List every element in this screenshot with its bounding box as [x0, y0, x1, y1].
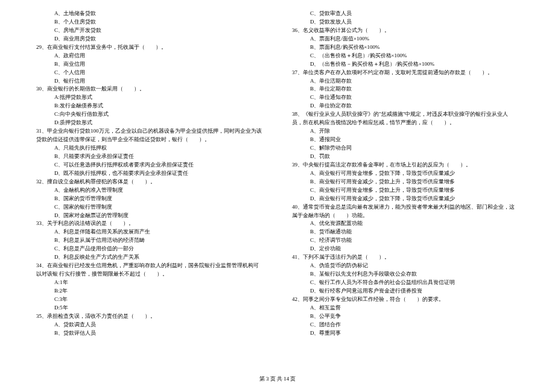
option: A、开除: [292, 127, 519, 136]
question-stem-cont: 员，所在机构应当视情况给予相应惩戒，情节严重的，应（ ）。: [292, 119, 519, 127]
option: D、既不能执行抵押权，也不能要求丙企业承担保证责任: [36, 169, 263, 178]
option: A、票面利息/面值×100%: [292, 35, 519, 43]
option: C、个人信用: [36, 69, 263, 77]
option: B、只能要求丙企业承担保证责任: [36, 153, 263, 161]
question-stem: 29、在商业银行支付结算业务中，托收属于（ ）。: [36, 43, 263, 52]
option: D、商业用房贷款: [36, 35, 263, 43]
question-stem: 40、通常货币资金总是流向最有发展潜力，能为投资者带来最大利益的地区、部门和企业…: [292, 203, 519, 212]
option: A、只能先执行抵押权: [36, 144, 263, 153]
option: C、单位通知存款: [292, 93, 519, 102]
option: B、公平竞争: [292, 312, 519, 321]
option: B、通报同业: [292, 136, 519, 144]
option: C、银行工作人员为不符合条件的社会公益组织出具资信证明: [292, 279, 519, 287]
question-stem: 36、名义收益率的计算公式为（ ）。: [292, 27, 519, 35]
option: B、票面利息/购买价格×100%: [292, 43, 519, 52]
option: A、单位活期存款: [292, 77, 519, 86]
question-stem: 39、中央银行提高法定存款准备金率时，在市场上引起的反应为（ ）。: [292, 161, 519, 169]
option: D、罚款: [292, 153, 519, 161]
option: C:向中央银行借款形式: [36, 110, 263, 119]
option: D、银行经客户同意运用客户资金进行债券投资: [292, 287, 519, 296]
option: D:质押贷款形式: [36, 119, 263, 127]
left-column: A、土地储备贷款 B、个人住房贷款 C、房地产开发贷款 D、商业用房贷款 29、…: [36, 10, 263, 338]
question-stem: 35、承担检查失误，清收不力责任的是（ ）。: [36, 312, 263, 321]
option: D、利息反映处生产方式的生产关系: [36, 253, 263, 262]
option: B、利息是从属于信用活动的经济范畴: [36, 236, 263, 245]
question-stem: 33、关于利息的说法错误的是（ ）。: [36, 220, 263, 228]
option: D、银行信用: [36, 77, 263, 86]
option: A、伪造货币的防伪标记: [292, 262, 519, 270]
option: A、政府信用: [36, 52, 263, 60]
option: A、金融机构的准入管理制度: [36, 186, 263, 195]
option: D、贷款发放人员: [292, 18, 519, 27]
question-stem: 31、甲企业向银行贷款100万元，乙企业以自己的机器设备为甲企业提供抵押，同时丙…: [36, 127, 263, 136]
option: C、解除劳动合同: [292, 144, 519, 153]
right-column: C、贷款审查人员 D、贷款发放人员 36、名义收益率的计算公式为（ ）。 A、票…: [292, 10, 519, 338]
option: C、（出售价格＋利息）/购买价格×100%: [292, 52, 519, 60]
question-stem: 41、下列不属于违法行为的是（ ）。: [292, 253, 519, 262]
option: B、商业信用: [36, 60, 263, 69]
option: B:发行金融债券形式: [36, 102, 263, 110]
option: D、尊重同事: [292, 329, 519, 338]
option: B、个人住房贷款: [36, 18, 263, 27]
option: C、团结合作: [292, 321, 519, 329]
option: C、房地产开发贷款: [36, 27, 263, 35]
option: B:2年: [36, 287, 263, 296]
option: C、可以任意选择执行抵押权或者要求丙企业承担保证责任: [36, 161, 263, 169]
option: B、商业银行可用资金减少，贷款上升，导致货币供应量增多: [292, 178, 519, 186]
question-stem: 32、擅自设立金融机构罪侵犯的客体是（ ）。: [36, 178, 263, 186]
option: A、优化资源配置功能: [292, 220, 519, 228]
option: B、单位定期存款: [292, 85, 519, 93]
question-stem: 30、商业银行的长期借款一般采用（ ）。: [36, 85, 263, 93]
question-stem-cont: 以对该银 行实行接管，接管期限最长不超过（ ）。: [36, 270, 263, 279]
option: C:3年: [36, 296, 263, 304]
question-stem-cont: 属于金融市场的（ ）功能。: [292, 212, 519, 220]
question-stem-cont: 贷款的偿还提供连带保证，则当甲企业不能偿还贷款时，银行（ ）。: [36, 136, 263, 144]
option: D:5年: [36, 304, 263, 312]
option: B、货币融通功能: [292, 228, 519, 236]
question-stem: 34、在商业银行已经发生信用危机，严重影响存款人的利益时，国务院银行业监督管理机…: [36, 262, 263, 270]
question-stem: 38、《银行业从业人员职业操守》的"惩戒措施"中规定，对违反本职业操守的银行业从…: [292, 110, 519, 119]
option: A:1年: [36, 279, 263, 287]
question-stem: 37、单位类客户在存入款项时不约定存期，支取时无需提前通知的存款是（ ）。: [292, 69, 519, 77]
question-stem: 42、同事之间分享专业知识和工作经验，符合（ ）的要求。: [292, 296, 519, 304]
option: B、贷款评估人员: [36, 329, 263, 338]
option: B、国家的货币管理制度: [36, 195, 263, 203]
option: B、某银行以先支付利息为手段吸收公众存款: [292, 270, 519, 279]
option: D、（出售价格－购买价格＋利息）/购买价格×100%: [292, 60, 519, 69]
option: D、商业银行可用资金减少，贷款下降，导致货币供应量减少: [292, 195, 519, 203]
option: D、定价功能: [292, 245, 519, 253]
option: A、相互监督: [292, 304, 519, 312]
option: C、利息是产品使用价值的一部分: [36, 245, 263, 253]
option: C、商业银行可用资金增多，贷款上升，导致货币供应量增多: [292, 186, 519, 195]
option: A:抵押贷款形式: [36, 93, 263, 102]
option: C、国家的银行管理制度: [36, 203, 263, 212]
option: D、单位协定存款: [292, 102, 519, 110]
page-footer: 第 3 页 共 14 页: [0, 375, 555, 384]
option: A、贷款调查人员: [36, 321, 263, 329]
option: A、土地储备贷款: [36, 10, 263, 18]
option: A、商业银行可用资金增多，贷款下降，导致货币供应量减少: [292, 169, 519, 178]
option: C、经济调节功能: [292, 236, 519, 245]
option: A、利息是伴随着信用关系的发展而产生: [36, 228, 263, 236]
option: C、贷款审查人员: [292, 10, 519, 18]
option: D、国家对金融票证的管理制度: [36, 212, 263, 220]
